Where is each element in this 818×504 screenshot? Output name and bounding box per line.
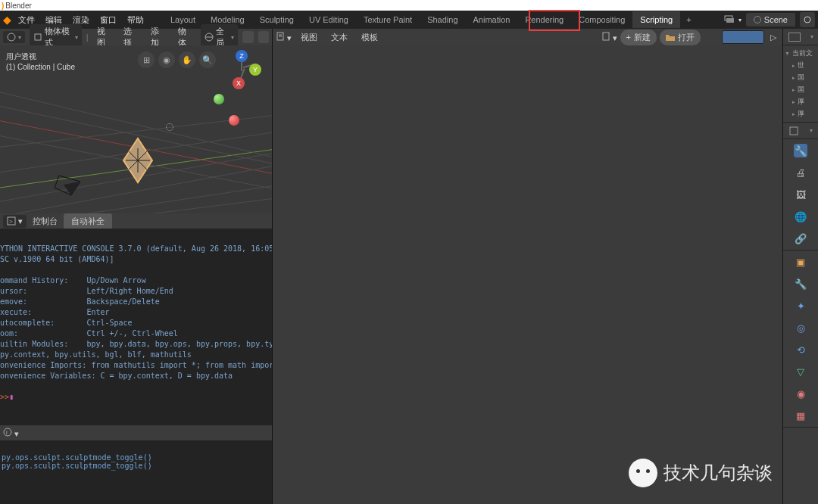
- prop-tab-viewlayer[interactable]: 🖼: [794, 188, 807, 201]
- toggle-line-numbers[interactable]: [723, 31, 736, 43]
- axis-z[interactable]: Z: [236, 50, 248, 62]
- outliner-item[interactable]: 国: [798, 85, 804, 95]
- info-line1: py.ops.sculpt.sculptmode_toggle(): [2, 453, 152, 462]
- open-text-button[interactable]: 打开: [660, 30, 701, 45]
- te-menu-template[interactable]: 模板: [357, 30, 382, 45]
- blender-logo-icon: ◆: [3, 14, 11, 26]
- python-console[interactable]: YTHON INTERACTIVE CONSOLE 3.7.0 (default…: [0, 229, 272, 425]
- tab-texturepaint[interactable]: Texture Paint: [356, 11, 420, 28]
- axis-x[interactable]: X: [233, 77, 245, 89]
- outliner-header: ▾: [783, 29, 818, 45]
- open-label: 打开: [678, 32, 695, 43]
- prop-tab-scene[interactable]: 🌐: [794, 210, 807, 223]
- viewport-overlay-info: 用户透视 (1) Collection | Cube: [6, 51, 75, 73]
- prop-tab-texture[interactable]: ▦: [794, 409, 807, 422]
- toggle-syntax[interactable]: [750, 31, 763, 43]
- prop-tab-object[interactable]: ▣: [794, 255, 807, 269]
- properties-tab-rail: 🔧 🖨 🖼 🌐 🔗: [783, 139, 818, 250]
- properties-header: ▾: [783, 123, 818, 139]
- svg-text:i: i: [6, 429, 8, 436]
- editor-type-console[interactable]: > ▾: [3, 215, 27, 228]
- prop-tab-particles[interactable]: ✦: [794, 299, 807, 313]
- new-text-button[interactable]: + 新建: [620, 30, 657, 45]
- run-script-button[interactable]: ▷: [767, 31, 779, 44]
- info-header: i ▾: [0, 425, 272, 440]
- light-object[interactable]: [164, 121, 176, 133]
- decorative-ball-red: [229, 115, 239, 126]
- cube-object[interactable]: [124, 147, 151, 174]
- grid-overlay-icon[interactable]: ⊞: [138, 51, 155, 68]
- tab-compositing[interactable]: Compositing: [571, 11, 632, 28]
- editor-type-selector[interactable]: ▾: [3, 31, 25, 43]
- console-header: > ▾ 控制台 自动补全: [0, 213, 272, 229]
- scene-selector[interactable]: Scene: [746, 13, 795, 26]
- chevron-down-icon[interactable]: ▾: [738, 17, 742, 23]
- globe-icon: [204, 33, 214, 42]
- prop-tab-world[interactable]: 🔗: [794, 232, 807, 245]
- svg-point-2: [804, 17, 810, 23]
- tab-uvediting[interactable]: UV Editing: [301, 11, 356, 28]
- outliner-item[interactable]: 国: [798, 73, 804, 82]
- prop-tab-physics[interactable]: ◎: [794, 321, 807, 334]
- prop-tab-render[interactable]: 🔧: [794, 144, 807, 157]
- tab-sculpting[interactable]: Sculpting: [252, 11, 301, 28]
- tab-add-button[interactable]: +: [680, 11, 697, 28]
- toggle-word-wrap[interactable]: [736, 31, 750, 43]
- pivot-icon[interactable]: [242, 31, 253, 43]
- autocomplete-button[interactable]: 自动补全: [64, 213, 112, 229]
- svg-rect-1: [726, 18, 734, 23]
- properties-icon: [788, 126, 799, 136]
- right-column: ▾ ▼当前文 ▸世 ▸国 ▸国 ▸厚 ▸厚 ▾ 🔧 🖨 🖼 🌐 🔗 ▣ 🔧 ✦ …: [783, 29, 818, 504]
- outliner-tree[interactable]: ▼当前文 ▸世 ▸国 ▸国 ▸厚 ▸厚: [783, 45, 818, 123]
- svg-line-17: [76, 166, 272, 213]
- text-editor-icon: [276, 32, 285, 41]
- zoom-icon[interactable]: 🔍: [199, 51, 216, 68]
- tab-animation[interactable]: Animation: [466, 11, 518, 28]
- orange-paren: ): [2, 2, 4, 10]
- prop-tab-data[interactable]: ▽: [794, 365, 807, 378]
- view-layer-icon[interactable]: [723, 14, 734, 25]
- editor-3dview-icon: [7, 33, 16, 42]
- overlay-perspective: 用户透视: [6, 51, 75, 62]
- text-editor-body[interactable]: [273, 45, 782, 504]
- camera-view-icon[interactable]: ◉: [158, 51, 175, 68]
- editor-type-info[interactable]: i ▾: [3, 428, 19, 439]
- overlay-collection: (1) Collection | Cube: [6, 62, 75, 73]
- editor-type-text[interactable]: ▾: [276, 32, 292, 43]
- axis-gizmo[interactable]: Z Y X: [225, 51, 258, 85]
- te-menu-text[interactable]: 文本: [326, 30, 352, 45]
- svg-point-26: [4, 428, 11, 436]
- properties-tab-rail-2: ▣ 🔧 ✦ ◎ ⟲ ▽ ◉ ▦: [783, 250, 818, 428]
- snap-icon[interactable]: [258, 31, 269, 43]
- hand-icon[interactable]: ✋: [179, 51, 195, 68]
- folder-icon: [666, 33, 675, 41]
- prop-tab-output[interactable]: 🖨: [794, 166, 807, 179]
- outliner-root[interactable]: 当前文: [792, 48, 813, 58]
- axis-y[interactable]: Y: [249, 64, 261, 76]
- outliner-item[interactable]: 世: [798, 61, 804, 70]
- scene-icon: [754, 16, 761, 23]
- text-editor-header: ▾ 视图 文本 模板 ▾ + 新建 打开: [273, 29, 782, 45]
- svg-point-3: [8, 33, 15, 41]
- info-log[interactable]: py.ops.sculpt.sculptmode_toggle() py.ops…: [0, 440, 272, 504]
- info-line2: py.ops.sculpt.sculptmode_toggle(): [2, 462, 152, 470]
- outliner-type-icon[interactable]: [788, 33, 801, 42]
- scene-name: Scene: [764, 15, 788, 24]
- outliner-item[interactable]: 厚: [798, 97, 804, 107]
- scene-browse-button[interactable]: [800, 12, 815, 27]
- workspace-tabs: Layout Modeling Sculpting UV Editing Tex…: [163, 11, 698, 28]
- svg-rect-31: [603, 33, 609, 40]
- prop-tab-constraints[interactable]: ⟲: [794, 343, 807, 356]
- te-menu-view[interactable]: 视图: [296, 30, 322, 45]
- text-editor-area: ▾ 视图 文本 模板 ▾ + 新建 打开: [273, 29, 783, 504]
- prop-tab-modifiers[interactable]: 🔧: [794, 277, 807, 291]
- camera-object[interactable]: [53, 173, 86, 198]
- 3d-viewport[interactable]: 用户透视 (1) Collection | Cube ⊞ ◉ ✋ 🔍 Z Y X: [0, 45, 272, 213]
- annotation-highlight: [529, 10, 580, 31]
- tab-scripting[interactable]: Scripting: [632, 11, 680, 28]
- console-menu-console[interactable]: 控制台: [33, 216, 58, 227]
- text-datablock-selector[interactable]: ▾: [601, 32, 617, 43]
- tab-shading[interactable]: Shading: [420, 11, 465, 28]
- outliner-item[interactable]: 厚: [798, 109, 804, 119]
- prop-tab-material[interactable]: ◉: [794, 387, 807, 400]
